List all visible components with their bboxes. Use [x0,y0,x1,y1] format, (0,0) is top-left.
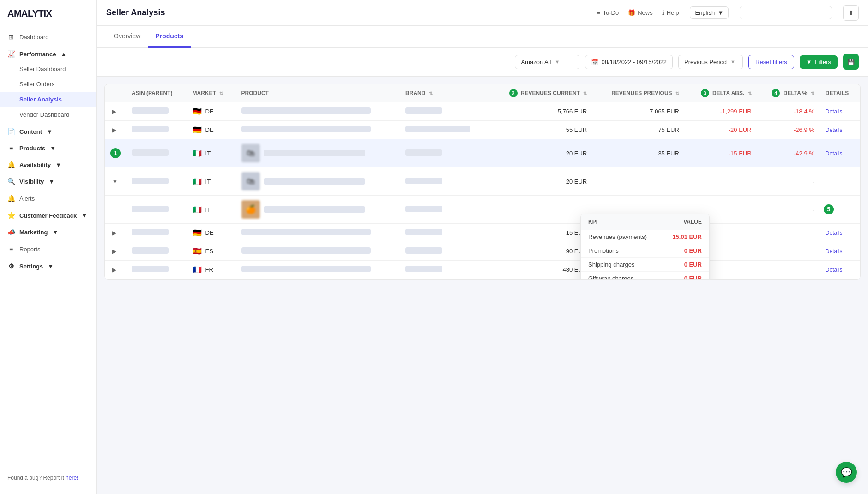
col-revenues-previous[interactable]: REVENUES PREVIOUS ⇅ [592,84,685,102]
details-link[interactable]: Details [826,230,843,236]
sidebar-section-performance: 📈 Performance ▲ Seller Dashboard Seller … [0,47,96,122]
date-range-picker[interactable]: 📅 08/18/2022 - 09/15/2022 [585,55,673,69]
sidebar-sub-performance: Seller Dashboard Seller Orders Seller An… [0,61,96,122]
topbar-help[interactable]: ℹ Help [662,9,679,16]
topbar-news[interactable]: 🎁 News [628,9,653,16]
revenues-previous-cell: 7,065 EUR [592,102,685,121]
expand-cell[interactable]: ▶ [105,261,126,279]
availability-chevron: ▼ [55,161,61,168]
sidebar-item-seller-orders[interactable]: Seller Orders [0,77,96,92]
period-filter[interactable]: Previous Period ▼ [678,55,743,69]
market-filter[interactable]: Amazon All ▼ [515,55,579,69]
table-row: 1 🇮🇹IT 🛍 20 EUR 35 [105,139,860,167]
product-thumbnail: 🛍 [241,144,260,162]
brand-cell [400,261,488,279]
customer-feedback-icon: ⭐ [7,212,15,219]
table-row: ▶ 🇩🇪DE 5,766 EUR 7,065 EUR -1,299 EUR -1… [105,102,860,121]
product-cell [236,224,400,242]
delta-pct-cell [757,224,820,242]
news-label: News [638,9,653,16]
alerts-icon: 🔔 [7,195,15,202]
sidebar-header-visibility[interactable]: 🔍 Visibility ▼ [0,174,96,189]
tab-products[interactable]: Products [148,26,191,48]
revenues-current-cell: 15 EUR [488,224,592,242]
sidebar-header-availability[interactable]: 🔔 Availability ▼ [0,157,96,172]
content-icon: 📄 [7,128,15,135]
expand-icon[interactable]: ▶ [110,266,118,274]
expand-cell[interactable]: ▶ [105,121,126,139]
details-cell[interactable]: Details [820,242,860,261]
sidebar-item-alerts[interactable]: 🔔 Alerts [0,190,96,206]
period-filter-label: Previous Period [684,59,727,65]
product-name [241,266,371,272]
sidebar-item-label-seller-dashboard: Seller Dashboard [19,65,89,72]
sidebar-header-customer-feedback[interactable]: ⭐ Customer Feedback ▼ [0,208,96,223]
expand-cell[interactable]: ▶ [105,242,126,261]
col-revenues-current[interactable]: 2 REVENUES CURRENT ⇅ [488,84,592,102]
sidebar-item-dashboard[interactable]: ⊞ Dashboard [0,29,96,45]
asin-value [132,266,169,272]
col-asin: ASIN (PARENT) [126,84,187,102]
sidebar-header-products[interactable]: ≡ Products ▼ [0,141,96,155]
col-delta-abs[interactable]: 3 DELTA ABS. ⇅ [685,84,757,102]
details-cell[interactable]: Details [820,139,860,167]
filters-button[interactable]: ▼ Filters [800,55,838,69]
expand-cell[interactable]: ▶ [105,102,126,121]
kpi-row-shipping-charges: Shipping charges 0 EUR [581,258,709,272]
market-cell: 🇫🇷FR [187,261,236,279]
expand-cell[interactable]: ▶ [105,224,126,242]
chat-button[interactable]: 💬 [836,462,857,483]
sidebar-header-content[interactable]: 📄 Content ▼ [0,124,96,139]
topbar-todo[interactable]: ≡ To-Do [597,9,619,16]
expand-icon[interactable]: ▶ [110,229,118,237]
sidebar-header-marketing[interactable]: 📣 Marketing ▼ [0,225,96,239]
sidebar-header-performance[interactable]: 📈 Performance ▲ [0,47,96,61]
details-link[interactable]: Details [826,108,843,115]
flag-icon: 🇮🇹 [193,177,202,186]
details-link[interactable]: Details [826,267,843,273]
customer-feedback-chevron: ▼ [81,212,87,219]
sidebar-item-reports[interactable]: ≡ Reports [0,241,96,257]
asin-value [132,149,169,156]
kpi-label-shipping-charges: Shipping charges [588,261,634,268]
topbar-search-input[interactable] [740,6,832,19]
col-market[interactable]: MARKET ⇅ [187,84,236,102]
table-row: ▶ 🇩🇪DE 55 EUR 75 EUR -20 EUR -26.9 % Det… [105,121,860,139]
details-link[interactable]: Details [826,248,843,255]
expand-icon[interactable]: ▶ [110,126,118,134]
delta-pct-value: -42.9 % [794,150,814,157]
marketing-icon: 📣 [7,228,15,236]
sidebar-item-seller-analysis[interactable]: Seller Analysis [0,92,96,107]
col-delta-pct[interactable]: 4 DELTA % ⇅ [757,84,820,102]
sidebar-item-seller-dashboard[interactable]: Seller Dashboard [0,61,96,77]
sidebar-header-settings[interactable]: ⚙ Settings ▼ [0,259,96,274]
tab-overview[interactable]: Overview [106,26,148,48]
topbar-language-selector[interactable]: English ▼ [690,6,729,19]
sidebar-item-vendor-dashboard[interactable]: Vendor Dashboard [0,107,96,122]
expand-icon[interactable]: ▶ [110,247,118,256]
details-link[interactable]: Details [826,127,843,133]
details-cell[interactable]: Details [820,261,860,279]
topbar-action-button[interactable]: ⬆ [843,5,859,21]
revenues-previous-cell: 75 EUR [592,121,685,139]
save-button[interactable]: 💾 [843,54,859,70]
delta-abs-cell: -15 EUR [685,139,757,167]
delta-pct-cell: - [757,167,820,196]
market-filter-label: Amazon All [521,59,551,65]
collapse-icon[interactable]: ▼ [110,178,120,186]
details-cell[interactable]: Details [820,224,860,242]
details-cell[interactable]: Details [820,121,860,139]
bug-report-link[interactable]: here! [66,475,78,481]
period-filter-arrow: ▼ [730,59,735,65]
reset-filters-button[interactable]: Reset filters [748,55,794,69]
step5-badge: 5 [824,204,834,214]
kpi-label-revenues-payments: Revenues (payments) [588,233,647,240]
revenues-current-cell: 20 EUR [488,139,592,167]
details-link[interactable]: Details [826,150,843,157]
expand-icon[interactable]: ▶ [110,107,118,116]
chat-icon: 💬 [841,467,852,478]
sidebar-alerts-label: Alerts [19,195,89,202]
details-cell[interactable]: Details [820,102,860,121]
expand-cell[interactable]: 1 [105,139,126,167]
col-brand[interactable]: BRAND ⇅ [400,84,488,102]
